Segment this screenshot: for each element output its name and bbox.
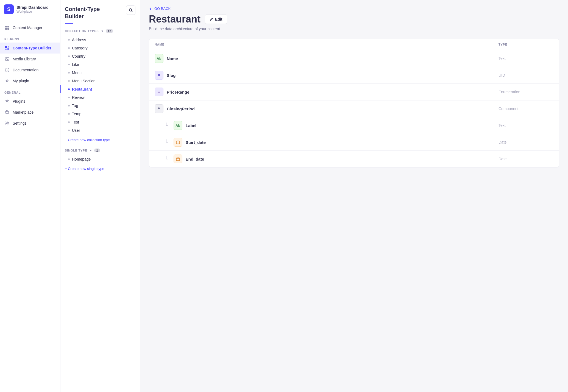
pricerange-field-icon: ≡ (155, 88, 163, 96)
field-name-cell: └ Start_date (165, 138, 499, 147)
svg-rect-5 (8, 46, 9, 47)
app-info: Strapi Dashboard Workplace (16, 5, 49, 13)
sidebar-item-content-type-builder[interactable]: Content-Type Builder (0, 43, 60, 54)
svg-point-13 (7, 123, 8, 124)
create-single-type-link[interactable]: + Create new single type (60, 164, 140, 173)
collection-item-user-label: User (72, 128, 80, 133)
bullet-category (68, 47, 70, 49)
sidebar-item-content-type-builder-label: Content-Type Builder (13, 46, 51, 50)
field-name-cell: └ End_date (165, 155, 499, 163)
bullet-test (68, 121, 70, 123)
closingperiod-field-icon: ⑂ (155, 104, 163, 113)
label-field-name: Label (186, 123, 196, 128)
general-section-label: GENERAL (0, 86, 60, 96)
single-types-list: Homepage (60, 154, 140, 164)
go-back-link[interactable]: GO BACK (149, 7, 559, 11)
single-type-header: SINGLE TYPE ▼ 1 (60, 146, 140, 154)
sidebar-item-marketplace[interactable]: Marketplace (0, 107, 60, 118)
field-name-cell: ≡ PriceRange (155, 88, 499, 96)
pricerange-field-name: PriceRange (167, 90, 190, 94)
single-item-homepage-label: Homepage (72, 157, 91, 161)
app-logo: S (4, 4, 14, 14)
collection-item-menu[interactable]: Menu (60, 69, 140, 77)
collection-item-country[interactable]: Country (60, 52, 140, 60)
bullet-tag (68, 105, 70, 107)
sidebar-item-settings-label: Settings (13, 121, 27, 125)
svg-point-14 (129, 9, 132, 11)
bullet-menu-section (68, 80, 70, 82)
go-back-label: GO BACK (154, 7, 171, 11)
table-row[interactable]: └ End_date Date (149, 151, 559, 167)
collection-item-restaurant[interactable]: Restaurant (60, 85, 140, 93)
single-item-homepage[interactable]: Homepage (60, 155, 140, 163)
middle-panel-title: Content-TypeBuilder (65, 5, 100, 20)
collection-item-user[interactable]: User (60, 126, 140, 135)
collection-item-like[interactable]: Like (60, 60, 140, 69)
collection-item-review[interactable]: Review (60, 93, 140, 102)
end-date-field-name: End_date (186, 157, 204, 161)
edit-button[interactable]: Edit (205, 15, 227, 24)
collection-types-label: COLLECTION TYPES (65, 29, 99, 33)
collection-item-tag[interactable]: Tag (60, 102, 140, 110)
start-date-field-icon (174, 138, 182, 147)
content-type-builder-icon (4, 45, 10, 51)
name-field-name: Name (167, 56, 178, 61)
sidebar-item-my-plugin[interactable]: My plugin (0, 75, 60, 86)
table-row[interactable]: Slug UID (149, 67, 559, 84)
collection-item-category[interactable]: Category (60, 44, 140, 52)
collection-types-list: Address Category Country Like Menu Menu … (60, 35, 140, 136)
plugins-icon (4, 99, 10, 104)
page-title: Restaurant (149, 13, 201, 25)
sidebar-item-media-library[interactable]: Media Library (0, 54, 60, 65)
collection-item-country-label: Country (72, 54, 85, 58)
table-row[interactable]: └ Ab Label Text (149, 117, 559, 134)
collection-item-temp-label: Temp (72, 112, 81, 116)
table-row[interactable]: ⑂ ClosingPeriod Component (149, 100, 559, 117)
svg-rect-6 (5, 49, 7, 50)
bullet-homepage (68, 158, 70, 160)
slug-field-icon (155, 71, 163, 80)
main-content: GO BACK Restaurant Edit Build the data a… (140, 0, 568, 392)
create-collection-type-link[interactable]: + Create new collection type (60, 136, 140, 144)
svg-rect-3 (7, 28, 9, 30)
collection-item-temp[interactable]: Temp (60, 110, 140, 118)
collection-item-address[interactable]: Address (60, 36, 140, 44)
sidebar-item-documentation-label: Documentation (13, 68, 38, 72)
bullet-menu (68, 72, 70, 74)
sidebar-item-plugins[interactable]: Plugins (0, 96, 60, 107)
search-button[interactable] (126, 5, 135, 15)
table-row[interactable]: ≡ PriceRange Enumeration (149, 84, 559, 100)
bullet-like (68, 64, 70, 65)
sidebar-item-media-library-label: Media Library (13, 57, 36, 61)
field-name-cell: Ab Name (155, 54, 499, 63)
end-date-field-type: Date (499, 157, 553, 161)
sidebar-item-settings[interactable]: Settings (0, 118, 60, 129)
collection-item-restaurant-label: Restaurant (72, 87, 92, 91)
bullet-address (68, 39, 70, 41)
content-table: NAME TYPE Ab Name Text Slug UID ≡ (149, 39, 559, 167)
sidebar-item-content-manager[interactable]: Content Manager (0, 22, 60, 33)
sidebar-item-documentation[interactable]: Documentation (0, 65, 60, 75)
collection-item-test[interactable]: Test (60, 118, 140, 126)
slug-field-type: UID (499, 73, 553, 77)
closingperiod-field-type: Component (499, 107, 553, 111)
collection-item-menu-section[interactable]: Menu Section (60, 77, 140, 85)
documentation-icon (4, 67, 10, 73)
plugins-section-label: PLUGINS (0, 33, 60, 43)
single-type-count: 1 (94, 149, 100, 152)
svg-rect-0 (5, 26, 7, 27)
field-name-cell: └ Ab Label (165, 121, 499, 130)
collection-item-menu-label: Menu (72, 71, 82, 75)
bullet-user (68, 130, 70, 131)
name-field-icon: Ab (155, 54, 163, 63)
end-date-field-icon (174, 155, 182, 163)
table-row[interactable]: └ Start_date Date (149, 134, 559, 151)
sidebar-nav: Content Manager PLUGINS Content-Type Bui… (0, 19, 60, 388)
middle-panel-header: Content-TypeBuilder (60, 0, 140, 23)
single-type-chevron: ▼ (90, 149, 92, 152)
table-header: NAME TYPE (149, 39, 559, 50)
table-row[interactable]: Ab Name Text (149, 50, 559, 67)
marketplace-icon (4, 110, 10, 115)
bullet-temp (68, 113, 70, 115)
collection-item-review-label: Review (72, 95, 85, 100)
